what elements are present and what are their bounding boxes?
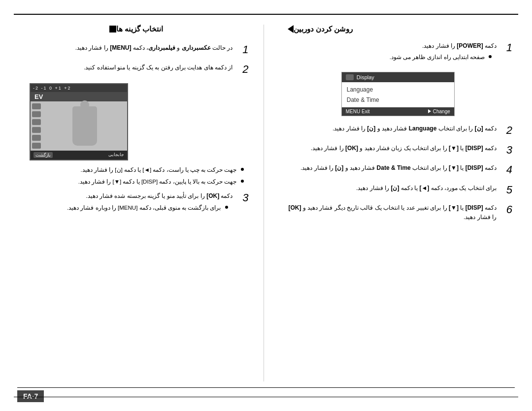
page-footer: FA-7	[17, 387, 515, 402]
left-step-3: 3 دکمه [OK] را برای تأیید منو یا گزینه ب…	[20, 191, 249, 216]
step-text-3: دکمه [OK] را برای تأیید منو یا گزینه برج…	[67, 191, 233, 216]
camera-body	[31, 101, 127, 151]
select-btn-label: جابجایی	[108, 152, 124, 158]
ev-scale: -2 -1 0 +1 +2	[33, 86, 71, 91]
bullet-dot-2	[241, 180, 244, 183]
bullet-text-1: جهت حرکت به چپ یا راست، دکمه [◄] یا دکمه…	[81, 165, 237, 174]
bullet-dot-1	[241, 168, 244, 171]
right-section-header: روشن کردن دوربین	[284, 25, 513, 33]
camera-screen: -2 -1 0 +1 +2 EV	[30, 83, 128, 160]
right-step-number-5: 5	[502, 184, 512, 196]
right-step-1: 1 دکمه [POWER] را فشار دهید. صفحه ابتدای…	[284, 41, 513, 65]
right-step-5: 5 برای انتخاب یک مورد، دکمه [◄] یا دکمه …	[284, 184, 513, 196]
left-section-header: انتخاب گزینه ها	[20, 25, 249, 33]
display-icon	[346, 74, 354, 80]
menu-exit-label: MENU Exit	[346, 109, 370, 114]
left-step-1: 1 در حالت عکسبرداری و فیلمبرداری، دکمه […	[20, 43, 249, 56]
menu-icons	[31, 101, 42, 151]
menu-icon-3	[32, 119, 41, 125]
bullet-item-1: جهت حرکت به چپ یا راست، دکمه [◄] یا دکمه…	[20, 165, 249, 174]
footer-right: Change	[428, 109, 450, 114]
menu-icon-1	[32, 103, 41, 109]
section-title-right: روشن کردن دوربین	[294, 25, 353, 33]
right-step-number-4: 4	[502, 163, 512, 176]
right-step-number-3: 3	[502, 144, 512, 157]
right-step-number-2: 2	[502, 124, 512, 137]
right-step-text-4: دکمه [DISP] یا [▼] را برای انتخاب Date &…	[300, 163, 497, 173]
bullet-item-2: جهت حرکت به بالا یا پایین، دکمه [DISP] ی…	[20, 177, 249, 186]
top-border	[14, 14, 518, 15]
right-step-number-1: 1	[502, 41, 512, 54]
person-silhouette	[72, 106, 97, 146]
right-step-4: 4 دکمه [DISP] یا [▼] را برای انتخاب Date…	[284, 163, 513, 176]
silhouette-head	[80, 100, 89, 109]
right-step-3: 3 دکمه [DISP] یا [▼] را برای انتخاب یک ز…	[284, 144, 513, 157]
step-text-1: در حالت عکسبرداری و فیلمبرداری، دکمه [ME…	[75, 43, 233, 53]
black-square-icon	[109, 26, 116, 32]
ev-label: EV	[31, 92, 127, 101]
left-column: انتخاب گزینه ها 1 در حالت عکسبرداری و فی…	[20, 25, 264, 381]
back-btn-label: بازگشت	[33, 152, 53, 158]
step-text-2: از دکمه های هدایت برای رفتن به یک گزینه …	[84, 63, 233, 72]
right-step-2: 2 دکمه [ن] را برای انتخاب Language فشار …	[284, 124, 513, 137]
left-step-2: 2 از دکمه های هدایت برای رفتن به یک گزین…	[20, 63, 249, 76]
menu-icon-4	[32, 127, 41, 133]
right-step-text-5: برای انتخاب یک مورد، دکمه [◄] یا دکمه [ن…	[356, 184, 497, 193]
camera-screenshot: -2 -1 0 +1 +2 EV	[30, 83, 249, 160]
right-step-text-6: دکمه [DISP] یا [▼] را برای تغییر عدد یا …	[284, 203, 497, 222]
display-panel: Display Language Date & Time MENU Exit C…	[341, 72, 455, 116]
bullet-text-2: جهت حرکت به بالا یا پایین، دکمه [DISP] ی…	[78, 177, 237, 186]
bottom-border	[14, 397, 518, 397]
menu-icon-6	[32, 143, 41, 149]
section-title-left: انتخاب گزینه ها	[116, 25, 163, 33]
right-step-text-1: دکمه [POWER] را فشار دهید. صفحه ابتدایی …	[390, 41, 497, 65]
step-number-2: 2	[239, 63, 249, 76]
silhouette-area	[42, 101, 127, 151]
step1r-bullet-dot	[489, 55, 492, 58]
arrow-icon	[288, 25, 294, 33]
step-number-3: 3	[239, 191, 249, 204]
display-header: Display	[342, 72, 454, 82]
menu-icon-5	[32, 135, 41, 141]
right-step-text-3: دکمه [DISP] یا [▼] را برای انتخاب یک زبا…	[311, 144, 497, 153]
step3-bullet-dot	[225, 206, 228, 209]
change-label: Change	[433, 109, 450, 114]
step-number-1: 1	[239, 43, 249, 56]
display-item-language: Language	[347, 85, 449, 94]
display-item-datetime: Date & Time	[347, 95, 449, 104]
display-footer: MENU Exit Change	[342, 107, 454, 116]
step3-sub-bullet: برای بازگشت به منوی قبلی، دکمه [MENU] را…	[67, 203, 233, 212]
right-step-6: 6 دکمه [DISP] یا [▼] را برای تغییر عدد ی…	[284, 203, 513, 222]
right-column: روشن کردن دوربین 1 دکمه [POWER] را فشار …	[264, 25, 513, 381]
footer-arrow-icon	[428, 109, 431, 113]
ev-top-bar: -2 -1 0 +1 +2	[31, 84, 127, 92]
step1-sub-bullet: صفحه ابتدایی راه اندازی ظاهر می شود.	[390, 53, 497, 62]
page-number-block: FA-7	[17, 390, 44, 402]
right-step-text-2: دکمه [ن] را برای انتخاب Language فشار ده…	[332, 124, 497, 133]
right-step-number-6: 6	[502, 203, 512, 216]
camera-bottom-bar: بازگشت جابجایی	[31, 151, 127, 159]
menu-icon-2	[32, 111, 41, 117]
display-body: Language Date & Time	[342, 82, 454, 107]
display-header-label: Display	[357, 74, 374, 80]
